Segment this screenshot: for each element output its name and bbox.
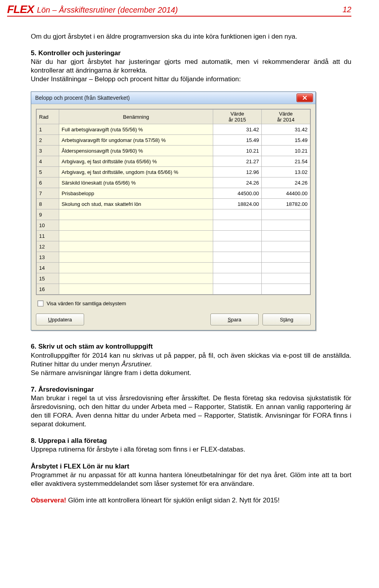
cell-varde-2015[interactable]	[213, 241, 262, 252]
save-button[interactable]: Spara	[210, 314, 259, 325]
cell-benamning[interactable]	[59, 252, 213, 263]
cell-varde-2014[interactable]	[262, 220, 310, 231]
cell-varde-2015[interactable]	[213, 252, 262, 263]
cell-varde-2015[interactable]: 44500.00	[213, 188, 262, 199]
cell-rad[interactable]: 14	[37, 263, 59, 273]
table-row[interactable]: 10	[37, 220, 310, 231]
cell-varde-2015[interactable]: 24.26	[213, 177, 262, 188]
cell-varde-2015[interactable]: 21.27	[213, 156, 262, 167]
table-row[interactable]: 5Arbgivavg, ej fast driftställe, ungdom …	[37, 167, 310, 177]
cell-rad[interactable]: 9	[37, 209, 59, 220]
table-row[interactable]: 2Arbetsgivaravgift för ungdomar (ruta 57…	[37, 135, 310, 146]
cell-varde-2014[interactable]: 18782.00	[262, 199, 310, 209]
table-row[interactable]: 12	[37, 241, 310, 252]
column-header-varde-2014[interactable]: Värde år 2014	[262, 110, 310, 124]
cell-varde-2015[interactable]: 10.21	[213, 146, 262, 156]
cell-varde-2015[interactable]: 18824.00	[213, 199, 262, 209]
checkbox-show-all-subsystems[interactable]	[38, 301, 43, 306]
cell-benamning[interactable]: Ålderspensionsavgift (ruta 59/60) %	[59, 146, 213, 156]
cell-varde-2014[interactable]	[262, 273, 310, 284]
cell-rad[interactable]: 16	[37, 284, 59, 295]
column-header-benamning[interactable]: Benämning	[59, 110, 213, 124]
table-row[interactable]: 15	[37, 273, 310, 284]
cell-rad[interactable]: 11	[37, 231, 59, 241]
cell-benamning[interactable]	[59, 231, 213, 241]
cell-varde-2014[interactable]: 44400.00	[262, 188, 310, 199]
cell-varde-2015[interactable]	[213, 284, 262, 295]
cell-varde-2015[interactable]: 15.49	[213, 135, 262, 146]
checkbox-row: Visa värden för samtliga delsystem	[38, 301, 311, 306]
close-button[interactable]	[296, 93, 313, 102]
section-done-paragraph: Programmet är nu anpassat för att kunna …	[31, 471, 351, 488]
data-grid[interactable]: Rad Benämning Värde år 2015 Värde år 201…	[36, 109, 311, 295]
cell-rad[interactable]: 4	[37, 156, 59, 167]
cell-benamning[interactable]	[59, 263, 213, 273]
section-6-heading: 6. Skriv ut och stäm av kontrolluppgift	[31, 342, 351, 351]
section-5-paragraph-a: När du har gjort årsbytet har justeringa…	[31, 58, 351, 75]
table-row[interactable]: 13	[37, 252, 310, 263]
cell-rad[interactable]: 2	[37, 135, 59, 146]
cell-rad[interactable]: 7	[37, 188, 59, 199]
cell-varde-2015[interactable]	[213, 209, 262, 220]
table-row[interactable]: 16	[37, 284, 310, 295]
close-dialog-button[interactable]: Stäng	[263, 314, 311, 325]
cell-benamning[interactable]	[59, 220, 213, 231]
section-6-paragraph-b: Se närmare anvisningar längre fram i det…	[31, 369, 351, 377]
cell-benamning[interactable]: Arbgivavg, ej fast driftställe, ungdom (…	[59, 167, 213, 177]
cell-benamning[interactable]	[59, 273, 213, 284]
cell-varde-2014[interactable]: 15.49	[262, 135, 310, 146]
table-row[interactable]: 8Skolung och stud, max skattefri lön1882…	[37, 199, 310, 209]
table-row[interactable]: 1Full arbetsgivaravgift (ruta 55/56) %31…	[37, 124, 310, 135]
column-header-varde-2015[interactable]: Värde år 2015	[213, 110, 262, 124]
section-7-heading: 7. Årsredovisningar	[31, 385, 351, 394]
cell-varde-2015[interactable]	[213, 231, 262, 241]
cell-benamning[interactable]: Full arbetsgivaravgift (ruta 55/56) %	[59, 124, 213, 135]
dialog-title: Belopp och procent (från Skatteverket)	[35, 95, 296, 101]
cell-varde-2014[interactable]	[262, 231, 310, 241]
cell-varde-2014[interactable]: 21.54	[262, 156, 310, 167]
section-5-heading: 5. Kontroller och justeringar	[31, 49, 351, 58]
cell-varde-2014[interactable]	[262, 241, 310, 252]
cell-rad[interactable]: 10	[37, 220, 59, 231]
cell-benamning[interactable]: Skolung och stud, max skattefri lön	[59, 199, 213, 209]
cell-benamning[interactable]: Särskild löneskatt (ruta 65/66) %	[59, 177, 213, 188]
table-row[interactable]: 3Ålderspensionsavgift (ruta 59/60) %10.2…	[37, 146, 310, 156]
cell-benamning[interactable]: Prisbasbelopp	[59, 188, 213, 199]
table-row[interactable]: 14	[37, 263, 310, 273]
cell-varde-2014[interactable]: 24.26	[262, 177, 310, 188]
cell-benamning[interactable]	[59, 209, 213, 220]
cell-rad[interactable]: 13	[37, 252, 59, 263]
dialog-titlebar: Belopp och procent (från Skatteverket)	[31, 92, 315, 104]
cell-benamning[interactable]	[59, 284, 213, 295]
cell-rad[interactable]: 15	[37, 273, 59, 284]
cell-rad[interactable]: 12	[37, 241, 59, 252]
update-button[interactable]: Uppdatera	[36, 314, 84, 325]
cell-rad[interactable]: 3	[37, 146, 59, 156]
cell-varde-2014[interactable]	[262, 284, 310, 295]
table-row[interactable]: 4Arbgivavg, ej fast driftställe (ruta 65…	[37, 156, 310, 167]
section-7-paragraph: Man brukar i regel ta ut viss årsredovis…	[31, 394, 351, 429]
table-row[interactable]: 7Prisbasbelopp44500.0044400.00	[37, 188, 310, 199]
cell-rad[interactable]: 8	[37, 199, 59, 209]
cell-benamning[interactable]: Arbgivavg, ej fast driftställe (ruta 65/…	[59, 156, 213, 167]
cell-varde-2014[interactable]	[262, 263, 310, 273]
cell-rad[interactable]: 5	[37, 167, 59, 177]
table-row[interactable]: 6Särskild löneskatt (ruta 65/66) %24.262…	[37, 177, 310, 188]
cell-rad[interactable]: 6	[37, 177, 59, 188]
cell-varde-2014[interactable]: 13.02	[262, 167, 310, 177]
cell-varde-2015[interactable]	[213, 263, 262, 273]
cell-benamning[interactable]: Arbetsgivaravgift för ungdomar (ruta 57/…	[59, 135, 213, 146]
table-row[interactable]: 11	[37, 231, 310, 241]
table-row[interactable]: 9	[37, 209, 310, 220]
cell-varde-2015[interactable]	[213, 273, 262, 284]
cell-varde-2015[interactable]: 31.42	[213, 124, 262, 135]
cell-benamning[interactable]	[59, 241, 213, 252]
cell-varde-2015[interactable]: 12.96	[213, 167, 262, 177]
cell-varde-2015[interactable]	[213, 220, 262, 231]
cell-rad[interactable]: 1	[37, 124, 59, 135]
column-header-rad[interactable]: Rad	[37, 110, 59, 124]
cell-varde-2014[interactable]	[262, 252, 310, 263]
cell-varde-2014[interactable]: 31.42	[262, 124, 310, 135]
cell-varde-2014[interactable]	[262, 209, 310, 220]
cell-varde-2014[interactable]: 10.21	[262, 146, 310, 156]
